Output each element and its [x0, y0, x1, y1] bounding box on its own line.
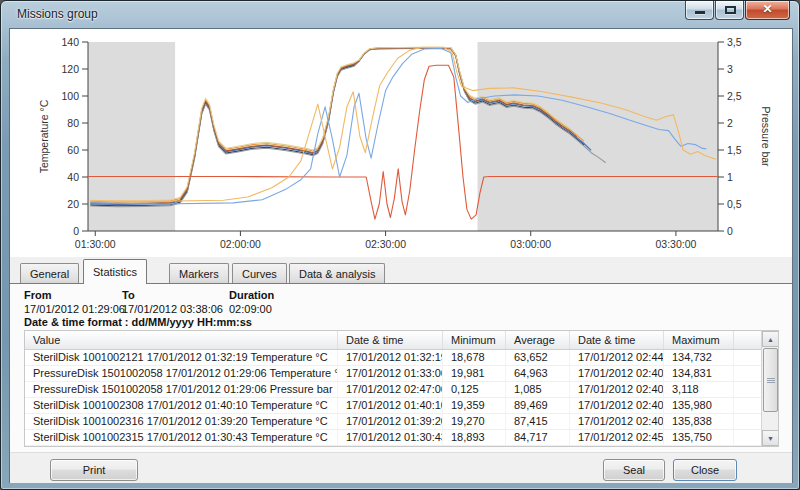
left-axis-tick-label: 60: [67, 144, 79, 156]
cell-dt_max: 17/01/2012 02:45:43: [570, 430, 664, 445]
cell-minimum: 19,981: [443, 366, 506, 381]
maximize-button[interactable]: [715, 1, 744, 20]
x-axis-tick-label: 02:30:00: [365, 238, 406, 250]
window-title: Missions group: [17, 7, 98, 21]
cell-maximum: 135,750: [664, 430, 734, 445]
right-axis-title: Pressure bar: [760, 106, 772, 167]
title-bar[interactable]: Missions group ✕: [1, 1, 799, 28]
cell-dt_max: 17/01/2012 02:44:19: [570, 350, 664, 365]
statistics-tab-panel: From 17/01/2012 01:29:06 To 17/01/2012 0…: [10, 283, 792, 452]
stat-from: From 17/01/2012 01:29:06: [24, 289, 125, 315]
seal-button[interactable]: Seal: [603, 459, 665, 481]
print-button[interactable]: Print: [50, 459, 138, 481]
scrollbar-grip-icon: [767, 378, 775, 384]
cell-maximum: 134,732: [664, 350, 734, 365]
scrollbar-down-arrow-icon[interactable]: ▼: [762, 430, 779, 446]
button-strip: Print Seal Close: [10, 452, 792, 483]
table-row[interactable]: PressureDisk 1501002058 17/01/2012 01:29…: [25, 382, 778, 398]
cell-maximum: 3,118: [664, 382, 734, 397]
cell-dt_min: 17/01/2012 02:47:06: [338, 382, 443, 397]
tab-bar: GeneralStatisticsMarkersCurvesData & ana…: [10, 257, 792, 284]
table-row[interactable]: SterilDisk 1001002121 17/01/2012 01:32:1…: [25, 350, 778, 366]
cell-minimum: 19,270: [443, 414, 506, 429]
to-label: To: [122, 289, 223, 301]
duration-value: 02:09:00: [229, 303, 274, 315]
cell-minimum: 18,678: [443, 350, 506, 365]
cell-dt_min: 17/01/2012 01:39:20: [338, 414, 443, 429]
left-axis-tick-label: 140: [61, 36, 79, 48]
cell-minimum: 0,125: [443, 382, 506, 397]
chart-panel: 02040608010012014000,511,522,533,501:30:…: [10, 29, 792, 257]
dialog-client-area: 02040608010012014000,511,522,533,501:30:…: [9, 28, 793, 483]
cell-value: SterilDisk 1001002121 17/01/2012 01:32:1…: [25, 350, 338, 365]
right-axis-tick-label: 1,5: [727, 144, 742, 156]
x-axis-tick-label: 02:00:00: [220, 238, 261, 250]
minimize-icon: [695, 11, 705, 14]
column-header-date-time[interactable]: Date & time: [570, 331, 664, 349]
right-axis-tick-label: 1: [727, 171, 733, 183]
cell-maximum: 135,980: [664, 398, 734, 413]
cell-average: 63,652: [506, 350, 570, 365]
right-axis-tick-label: 0,5: [727, 198, 742, 210]
tab-data-analysis[interactable]: Data & analysis: [289, 263, 385, 284]
x-axis-tick-label: 03:00:00: [510, 238, 551, 250]
cell-value: SterilDisk 1001002315 17/01/2012 01:30:4…: [25, 430, 338, 445]
minimize-button[interactable]: [685, 1, 714, 20]
right-axis-tick-label: 2,5: [727, 90, 742, 102]
column-header-average[interactable]: Average: [506, 331, 570, 349]
column-header-minimum[interactable]: Minimum: [443, 331, 506, 349]
cell-maximum: 135,838: [664, 414, 734, 429]
scrollbar-thumb[interactable]: [763, 348, 778, 412]
window-controls: ✕: [685, 1, 790, 20]
cell-value: SterilDisk 1001002308 17/01/2012 01:40:1…: [25, 398, 338, 413]
stat-duration: Duration 02:09:00: [229, 289, 274, 315]
cell-dt_min: 17/01/2012 01:30:43: [338, 430, 443, 445]
to-value: 17/01/2012 03:38:06: [122, 303, 223, 315]
table-body: SterilDisk 1001002121 17/01/2012 01:32:1…: [25, 350, 778, 446]
table-row[interactable]: PressureDisk 1501002058 17/01/2012 01:29…: [25, 366, 778, 382]
maximize-icon: [725, 6, 736, 14]
column-header-maximum[interactable]: Maximum: [664, 331, 734, 349]
cell-value: SterilDisk 1001002316 17/01/2012 01:39:2…: [25, 414, 338, 429]
table-row[interactable]: SterilDisk 1001002308 17/01/2012 01:40:1…: [25, 398, 778, 414]
tab-curves[interactable]: Curves: [232, 263, 287, 284]
chart-plot-area[interactable]: 02040608010012014000,511,522,533,501:30:…: [10, 29, 792, 257]
scrollbar-up-arrow-icon[interactable]: ▲: [762, 331, 779, 347]
cell-dt_min: 17/01/2012 01:33:06: [338, 366, 443, 381]
x-axis-tick-label: 01:30:00: [75, 238, 116, 250]
cell-dt_min: 17/01/2012 01:32:19: [338, 350, 443, 365]
table-header-row: ValueDate & timeMinimumAverageDate & tim…: [25, 331, 778, 350]
left-axis-tick-label: 20: [67, 198, 79, 210]
right-axis-tick-label: 3,5: [727, 36, 742, 48]
duration-label: Duration: [229, 289, 274, 301]
tab-statistics[interactable]: Statistics: [83, 259, 147, 284]
left-axis-tick-label: 0: [73, 225, 79, 237]
left-axis-tick-label: 80: [67, 117, 79, 129]
cell-dt_max: 17/01/2012 02:40:20: [570, 414, 664, 429]
tab-general[interactable]: General: [20, 263, 79, 284]
right-axis-tick-label: 3: [727, 63, 733, 75]
cell-average: 64,963: [506, 366, 570, 381]
right-axis-tick-label: 2: [727, 117, 733, 129]
cell-dt_max: 17/01/2012 02:40:10: [570, 398, 664, 413]
close-button[interactable]: Close: [673, 459, 737, 481]
stat-to: To 17/01/2012 03:38:06: [122, 289, 223, 315]
table-row[interactable]: SterilDisk 1001002315 17/01/2012 01:30:4…: [25, 430, 778, 446]
date-format-note: Date & time format : dd/MM/yyyy HH:mm:ss: [24, 316, 252, 328]
column-header-value[interactable]: Value: [25, 331, 338, 349]
phase-shaded-band: [478, 42, 718, 231]
close-window-button[interactable]: ✕: [745, 1, 790, 20]
cell-maximum: 134,831: [664, 366, 734, 381]
table-row[interactable]: SterilDisk 1001002316 17/01/2012 01:39:2…: [25, 414, 778, 430]
tab-markers[interactable]: Markers: [169, 263, 229, 284]
left-axis-tick-label: 100: [61, 90, 79, 102]
missions-group-dialog: Missions group ✕ 02040608010012014000,51…: [0, 0, 800, 490]
right-axis-tick-label: 0: [727, 225, 733, 237]
column-header-date-time[interactable]: Date & time: [338, 331, 443, 349]
cell-average: 87,415: [506, 414, 570, 429]
x-axis-tick-label: 03:30:00: [655, 238, 696, 250]
left-axis-tick-label: 120: [61, 63, 79, 75]
table-scrollbar[interactable]: ▲ ▼: [761, 331, 778, 446]
cell-average: 1,085: [506, 382, 570, 397]
cell-dt_max: 17/01/2012 02:40:06: [570, 366, 664, 381]
